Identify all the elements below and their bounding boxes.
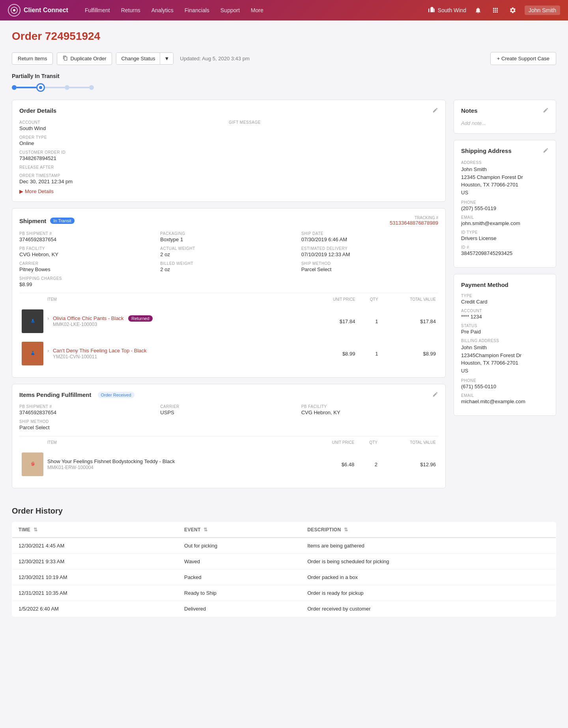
nav-company[interactable]: South Wind bbox=[428, 6, 466, 15]
shipping-address-grid: ADDRESS John Smith12345 Champion Forest … bbox=[461, 160, 549, 256]
history-row: 12/31/2021 10:35 AMReady to ShipOrder is… bbox=[12, 585, 556, 601]
item-thumbnail: 👗 bbox=[20, 338, 45, 369]
pending-carrier-value: USPS bbox=[160, 410, 297, 415]
item-thumbnail: 👗 bbox=[20, 305, 45, 337]
billing-phone-value: (671) 555-0110 bbox=[461, 384, 549, 389]
progress-dot-3 bbox=[65, 85, 69, 90]
pending-pb-shipment-field: PB SHIPMENT # 3746592837654 bbox=[19, 404, 156, 415]
nav-support[interactable]: Support bbox=[216, 5, 245, 16]
progress-seg-2 bbox=[45, 87, 65, 88]
shipment-header: Shipment In Transit TRACKING # 531336488… bbox=[19, 216, 438, 226]
notes-placeholder[interactable]: Add note... bbox=[461, 120, 549, 126]
item-unit-price: $8.99 bbox=[307, 338, 357, 369]
brand[interactable]: Client Connect bbox=[8, 4, 68, 17]
progress-section: Partially In Transit bbox=[12, 73, 556, 92]
col-main: Order Details ACCOUNT South Wind ORDER T… bbox=[12, 100, 446, 495]
history-time: 12/30/2021 9:33 AM bbox=[12, 554, 178, 570]
carrier-label: CARRIER bbox=[19, 261, 156, 266]
change-status-arrow[interactable]: ▼ bbox=[160, 53, 173, 64]
payment-account-label: ACCOUNT bbox=[461, 309, 549, 313]
expand-arrow[interactable]: › bbox=[47, 348, 49, 354]
pending-ship-method-field: SHIP METHOD Parcel Select bbox=[19, 419, 156, 430]
item-name[interactable]: Can't Deny This Feeling Lace Top - Black bbox=[53, 348, 147, 354]
brand-name: Client Connect bbox=[24, 7, 68, 14]
history-event: Waved bbox=[178, 554, 301, 570]
pending-col-item: ITEM bbox=[46, 437, 305, 448]
shipment-details-grid: PB SHIPMENT # 3746592837654 PACKAGING Bo… bbox=[19, 231, 438, 287]
billing-email-value: michael.mitc@example.com bbox=[461, 398, 549, 404]
order-type-label: ORDER TYPE bbox=[19, 135, 221, 140]
shipment-items-table: ITEM UNIT PRICE QTY TOTAL VALUE 👗 › Oliv… bbox=[19, 293, 438, 370]
nav-returns[interactable]: Returns bbox=[116, 5, 145, 16]
item-name[interactable]: Olivia Office Chic Pants - Black bbox=[53, 315, 124, 321]
progress-bar bbox=[12, 83, 556, 92]
estimated-delivery-label: ESTIMATED DELIVERY bbox=[301, 246, 438, 251]
tracking-number[interactable]: 53133648876878989 bbox=[390, 220, 438, 226]
shipping-phone-value: (207) 555-0119 bbox=[461, 205, 549, 211]
notifications-icon[interactable] bbox=[473, 5, 484, 16]
order-timestamp-value: Dec 30, 2021 12:34 pm bbox=[19, 179, 221, 184]
col-total-value: TOTAL VALUE bbox=[380, 294, 437, 305]
col-side: Notes Add note... Shipping Address bbox=[454, 100, 556, 495]
account-label: ACCOUNT bbox=[19, 120, 221, 125]
id-type-field: ID TYPE Drivers License bbox=[461, 230, 549, 241]
estimated-delivery-value: 07/10/2019 12:33 AM bbox=[301, 251, 438, 257]
order-history-section: Order History TIME ⇅ EVENT ⇅ DESCRIPTION… bbox=[12, 506, 556, 617]
shipping-charges-field: SHIPPING CHARGES $8.99 bbox=[19, 276, 156, 287]
pending-pb-shipment-label: PB SHIPMENT # bbox=[19, 404, 156, 409]
nav-more[interactable]: More bbox=[246, 5, 268, 16]
order-details-edit-icon[interactable] bbox=[432, 107, 438, 115]
change-status-label[interactable]: Change Status bbox=[116, 53, 160, 64]
duplicate-order-button[interactable]: Duplicate Order bbox=[57, 52, 112, 65]
items-pending-edit-icon[interactable] bbox=[432, 391, 438, 399]
address-label: ADDRESS bbox=[461, 160, 549, 165]
user-menu[interactable]: John Smith bbox=[525, 6, 560, 15]
history-row: 12/30/2021 4:45 AMOut for pickingItems a… bbox=[12, 538, 556, 554]
col-description[interactable]: DESCRIPTION ⇅ bbox=[301, 522, 556, 538]
order-details-right: GIFT MESSAGE bbox=[229, 120, 438, 194]
main-content: Order 724951924 Return Items Duplicate O… bbox=[0, 20, 568, 626]
expand-arrow[interactable]: › bbox=[47, 315, 49, 321]
nav-fulfillment[interactable]: Fulfillment bbox=[80, 5, 115, 16]
nav-analytics[interactable]: Analytics bbox=[147, 5, 178, 16]
shipping-phone-field: PHONE (207) 555-0119 bbox=[461, 200, 549, 211]
change-status-button[interactable]: Change Status ▼ bbox=[116, 52, 174, 65]
settings-icon[interactable] bbox=[507, 5, 518, 16]
svg-point-1 bbox=[13, 9, 15, 11]
more-details-label: More Details bbox=[25, 188, 54, 194]
shipping-address-edit-icon[interactable] bbox=[543, 147, 549, 155]
return-items-label: Return Items bbox=[18, 56, 47, 61]
pb-facility-field: PB FACILITY CVG Hebron, KY bbox=[19, 246, 156, 257]
release-after-field: RELEASE AFTER bbox=[19, 165, 221, 169]
col-event[interactable]: EVENT ⇅ bbox=[178, 522, 301, 538]
navbar: Client Connect Fulfillment Returns Analy… bbox=[0, 0, 568, 20]
ship-date-value: 07/30/2019 6:46 AM bbox=[301, 236, 438, 242]
more-details-link[interactable]: ▶ More Details bbox=[19, 188, 221, 194]
col-time[interactable]: TIME ⇅ bbox=[12, 522, 178, 538]
nav-right: South Wind John Smith bbox=[428, 5, 560, 16]
payment-account-value: **** 1234 bbox=[461, 314, 549, 320]
notes-header: Notes bbox=[461, 107, 549, 115]
pb-shipment-label: PB SHIPMENT # bbox=[19, 231, 156, 236]
history-description: Order packed in a box bbox=[301, 570, 556, 585]
order-history-title: Order History bbox=[12, 506, 556, 516]
notes-edit-icon[interactable] bbox=[543, 107, 549, 115]
create-support-button[interactable]: + Create Support Case bbox=[490, 52, 556, 65]
two-column-layout: Order Details ACCOUNT South Wind ORDER T… bbox=[12, 100, 556, 495]
shipping-email-field: EMAIL john.smith@example.com bbox=[461, 215, 549, 226]
billing-phone-field: PHONE (671) 555-0110 bbox=[461, 378, 549, 389]
shipping-charges-value: $8.99 bbox=[19, 281, 156, 287]
customer-order-id-field: CUSTOMER ORDER ID 7348267894521 bbox=[19, 150, 221, 161]
pending-col-unit-price: UNIT PRICE bbox=[306, 437, 356, 448]
history-row: 12/30/2021 10:19 AMPackedOrder packed in… bbox=[12, 570, 556, 585]
payment-status-label: STATUS bbox=[461, 324, 549, 328]
order-timestamp-label: ORDER TIMESTAMP bbox=[19, 173, 221, 178]
col-qty: QTY bbox=[357, 294, 379, 305]
pending-item-name: Show Your Feelings Fishnet Bodystocking … bbox=[47, 458, 175, 464]
order-details-card: Order Details ACCOUNT South Wind ORDER T… bbox=[12, 100, 446, 202]
return-items-button[interactable]: Return Items bbox=[12, 52, 53, 65]
nav-financials[interactable]: Financials bbox=[180, 5, 214, 16]
apps-icon[interactable] bbox=[490, 5, 501, 16]
progress-seg-1 bbox=[17, 87, 36, 88]
shipping-address-header: Shipping Address bbox=[461, 147, 549, 155]
